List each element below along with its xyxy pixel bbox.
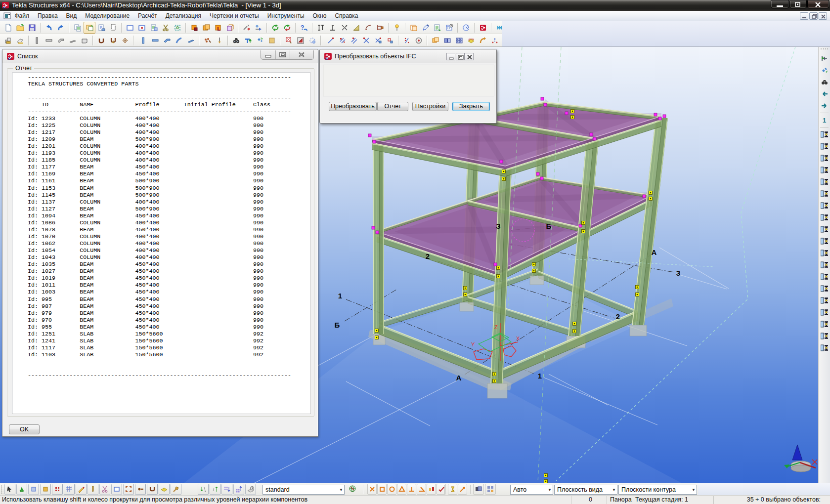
svg-text:Б: Б: [335, 321, 340, 329]
svg-text:Б: Б: [546, 222, 552, 230]
svg-text:3: 3: [676, 269, 680, 277]
svg-text:Y: Y: [471, 341, 475, 347]
svg-text:А: А: [652, 248, 657, 256]
svg-text:1: 1: [823, 117, 826, 124]
svg-text:З: З: [496, 222, 500, 230]
svg-text:X: X: [516, 336, 520, 341]
svg-text:2: 2: [426, 252, 430, 260]
svg-text:1: 1: [338, 292, 342, 300]
svg-text:2: 2: [616, 312, 620, 321]
svg-text:1: 1: [538, 372, 542, 380]
svg-text:Z: Z: [494, 324, 498, 330]
svg-text:А: А: [456, 374, 462, 382]
svg-text:?: ?: [301, 24, 304, 31]
